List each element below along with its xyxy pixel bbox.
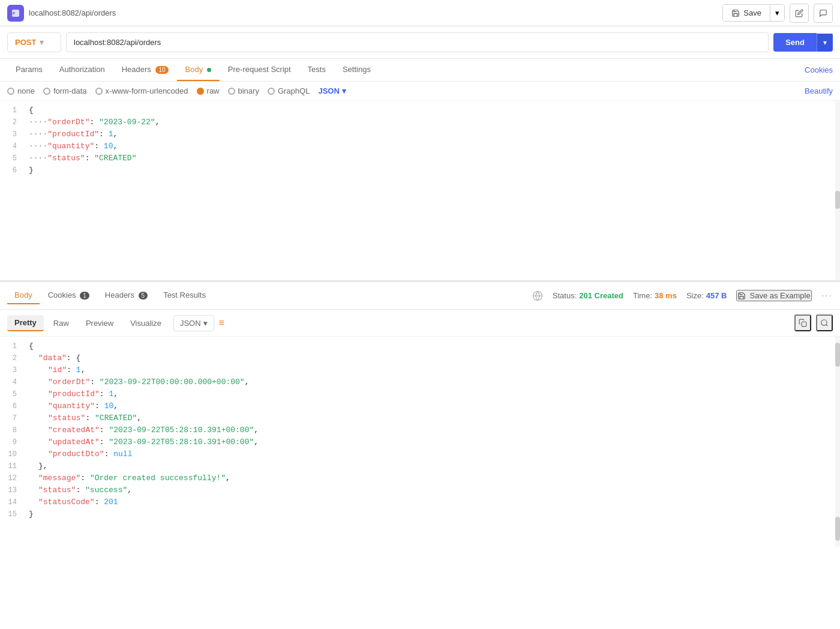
copy-icon-button[interactable] <box>794 314 811 331</box>
beautify-button[interactable]: Beautify <box>805 86 833 95</box>
raw-radio[interactable] <box>197 88 204 95</box>
headers-badge: 10 <box>155 66 168 74</box>
req-line-5: 5 ····"status": "CREATED" <box>0 154 840 166</box>
method-chevron-icon: ▾ <box>40 38 44 47</box>
send-dropdown-button[interactable]: ▾ <box>817 34 833 52</box>
fmt-visualize[interactable]: Visualize <box>123 316 169 331</box>
resp-json-select[interactable]: JSON ▾ <box>173 315 214 331</box>
body-options-bar: none form-data x-www-form-urlencoded raw… <box>0 82 840 101</box>
edit-icon-button[interactable] <box>790 4 809 23</box>
tab-headers-label: Headers <box>122 65 151 74</box>
response-meta: Status: 201 Created Time: 38 ms Size: 45… <box>532 290 833 301</box>
form-data-label: form-data <box>53 86 87 95</box>
graphql-radio[interactable] <box>268 88 275 95</box>
status-label: Status: <box>553 291 577 300</box>
svg-line-6 <box>826 325 828 327</box>
fmt-pretty[interactable]: Pretty <box>7 315 44 331</box>
req-editor-scrollbar[interactable] <box>835 101 840 280</box>
resp-line-2: 2 "data": { <box>0 354 840 366</box>
opt-raw[interactable]: raw <box>197 86 220 95</box>
resp-cookies-badge: 1 <box>80 292 89 299</box>
resp-tab-test-results[interactable]: Test Results <box>156 287 213 304</box>
globe-icon <box>532 290 543 301</box>
req-line-6: 6 } <box>0 166 840 178</box>
size-meta: Size: 457 B <box>686 291 727 300</box>
send-button-group: Send ▾ <box>773 33 833 52</box>
opt-binary[interactable]: binary <box>228 86 259 95</box>
opt-urlencoded[interactable]: x-www-form-urlencoded <box>95 86 188 95</box>
resp-tab-cookies[interactable]: Cookies 1 <box>41 287 97 304</box>
resp-line-9: 9 "updatedAt": "2023-09-22T05:28:10.391+… <box>0 438 840 450</box>
svg-point-5 <box>821 320 827 325</box>
resp-scrollbar-thumb-top[interactable] <box>835 343 840 367</box>
resp-tab-headers[interactable]: Headers 5 <box>98 287 155 304</box>
none-radio[interactable] <box>7 88 14 95</box>
resp-scrollbar-thumb-bottom[interactable] <box>835 517 840 541</box>
response-body-editor[interactable]: 1 { 2 "data": { 3 "id": 1, 4 "orderDt": … <box>0 337 840 547</box>
chevron-down-icon: ▾ <box>775 8 779 17</box>
request-tabs-bar: Params Authorization Headers 10 Body Pre… <box>0 59 840 82</box>
url-input[interactable] <box>66 32 769 52</box>
save-as-example-button[interactable]: Save as Example <box>736 290 811 301</box>
tab-pre-request[interactable]: Pre-request Script <box>220 59 299 81</box>
header-right: Save ▾ <box>722 4 833 23</box>
resp-format-tabs: Pretty Raw Preview Visualize <box>7 315 169 331</box>
req-scrollbar-thumb[interactable] <box>835 191 840 209</box>
resp-line-11: 11 }, <box>0 462 840 474</box>
fmt-preview[interactable]: Preview <box>79 316 121 331</box>
tab-authorization[interactable]: Authorization <box>51 59 113 81</box>
binary-label: binary <box>238 86 259 95</box>
header: P localhost:8082/api/orders Save ▾ <box>0 0 840 26</box>
form-data-radio[interactable] <box>43 88 50 95</box>
opt-graphql[interactable]: GraphQL <box>268 86 310 95</box>
resp-tools-right <box>794 314 833 331</box>
tab-headers[interactable]: Headers 10 <box>113 59 177 81</box>
json-format-select[interactable]: JSON ▾ <box>318 86 346 95</box>
resp-line-10: 10 "productDto": null <box>0 450 840 462</box>
resp-tab-body[interactable]: Body <box>7 287 40 304</box>
send-button[interactable]: Send <box>773 33 817 52</box>
tab-tests[interactable]: Tests <box>299 59 334 81</box>
filter-icon[interactable]: ≡ <box>219 318 224 328</box>
save-label: Save <box>743 8 761 17</box>
resp-line-14: 14 "statusCode": 201 <box>0 498 840 510</box>
time-value: 38 ms <box>655 291 677 300</box>
more-options-button[interactable]: ··· <box>821 290 833 301</box>
opt-form-data[interactable]: form-data <box>43 86 87 95</box>
method-label: POST <box>15 38 36 47</box>
opt-none[interactable]: none <box>7 86 35 95</box>
raw-label: raw <box>207 86 220 95</box>
tab-body[interactable]: Body <box>177 59 220 81</box>
fmt-raw[interactable]: Raw <box>46 316 76 331</box>
search-icon-button[interactable] <box>816 314 833 331</box>
postman-icon: P <box>7 5 24 22</box>
response-tabs: Body Cookies 1 Headers 5 Test Results <box>7 287 213 304</box>
response-body-tools: Pretty Raw Preview Visualize JSON ▾ ≡ <box>0 310 840 337</box>
response-header: Body Cookies 1 Headers 5 Test Results St… <box>0 281 840 310</box>
resp-json-label: JSON <box>180 319 201 328</box>
req-line-3: 3 ····"productId": 1, <box>0 130 840 142</box>
body-active-dot <box>207 68 211 72</box>
svg-text:P: P <box>13 11 16 16</box>
cookies-link[interactable]: Cookies <box>805 59 833 80</box>
resp-headers-label: Headers <box>105 290 134 299</box>
resp-line-8: 8 "createdAt": "2023-09-22T05:28:10.391+… <box>0 426 840 438</box>
request-body-editor[interactable]: 1 { 2 ····"orderDt": "2023-09-22", 3 ···… <box>0 101 840 281</box>
tab-body-label: Body <box>185 65 203 74</box>
resp-editor-scrollbar[interactable] <box>835 337 840 547</box>
tab-settings[interactable]: Settings <box>334 59 379 81</box>
req-line-1: 1 { <box>0 106 840 118</box>
method-selector[interactable]: POST ▾ <box>7 32 61 52</box>
binary-radio[interactable] <box>228 88 235 95</box>
tab-params[interactable]: Params <box>7 59 51 81</box>
header-left: P localhost:8082/api/orders <box>7 5 116 22</box>
comment-icon-button[interactable] <box>814 4 833 23</box>
resp-json-chevron-icon: ▾ <box>203 319 208 328</box>
body-opts-left: none form-data x-www-form-urlencoded raw… <box>7 86 346 95</box>
urlencoded-radio[interactable] <box>95 88 103 95</box>
save-dropdown-button[interactable]: ▾ <box>770 5 784 21</box>
request-bar: POST ▾ Send ▾ <box>0 26 840 59</box>
resp-line-4: 4 "orderDt": "2023-09-22T00:00:00.000+00… <box>0 378 840 390</box>
resp-line-13: 13 "status": "success", <box>0 486 840 498</box>
save-button[interactable]: Save <box>723 5 770 21</box>
